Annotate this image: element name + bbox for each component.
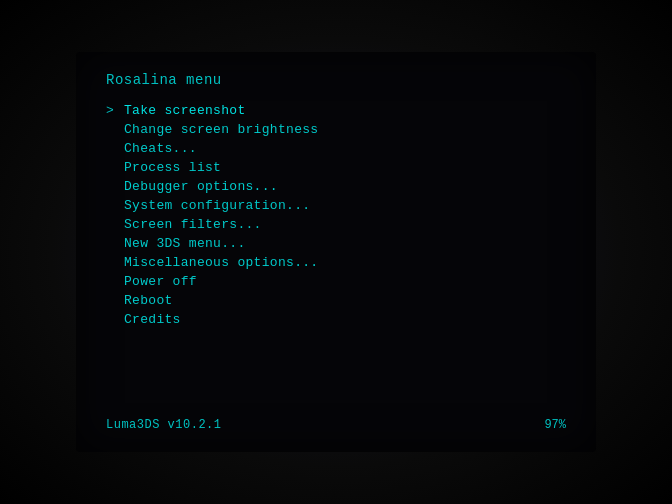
menu-item-change-screen-brightness[interactable]: Change screen brightness xyxy=(106,121,566,138)
menu-item-process-list[interactable]: Process list xyxy=(106,159,566,176)
menu-label-reboot: Reboot xyxy=(124,293,173,308)
menu-label-new-3ds-menu: New 3DS menu... xyxy=(124,236,246,251)
menu-label-cheats: Cheats... xyxy=(124,141,197,156)
menu-arrow-screen-filters xyxy=(106,217,124,232)
version-label: Luma3DS v10.2.1 xyxy=(106,418,222,432)
menu-item-power-off[interactable]: Power off xyxy=(106,273,566,290)
menu-item-cheats[interactable]: Cheats... xyxy=(106,140,566,157)
menu-arrow-system-configuration xyxy=(106,198,124,213)
menu-arrow-reboot xyxy=(106,293,124,308)
menu-item-reboot[interactable]: Reboot xyxy=(106,292,566,309)
menu-title: Rosalina menu xyxy=(106,72,566,88)
battery-label: 97% xyxy=(544,418,566,432)
menu-arrow-credits xyxy=(106,312,124,327)
menu-label-screen-filters: Screen filters... xyxy=(124,217,262,232)
screen: Rosalina menu >Take screenshot Change sc… xyxy=(76,52,596,452)
menu-label-miscellaneous-options: Miscellaneous options... xyxy=(124,255,318,270)
menu-item-system-configuration[interactable]: System configuration... xyxy=(106,197,566,214)
screen-bezel: Rosalina menu >Take screenshot Change sc… xyxy=(0,0,672,504)
menu-list: >Take screenshot Change screen brightnes… xyxy=(106,102,566,410)
menu-label-process-list: Process list xyxy=(124,160,221,175)
status-bar: Luma3DS v10.2.1 97% xyxy=(106,410,566,432)
menu-arrow-change-screen-brightness xyxy=(106,122,124,137)
menu-item-credits[interactable]: Credits xyxy=(106,311,566,328)
menu-arrow-process-list xyxy=(106,160,124,175)
menu-arrow-power-off xyxy=(106,274,124,289)
menu-label-credits: Credits xyxy=(124,312,181,327)
menu-item-miscellaneous-options[interactable]: Miscellaneous options... xyxy=(106,254,566,271)
menu-item-new-3ds-menu[interactable]: New 3DS menu... xyxy=(106,235,566,252)
menu-label-change-screen-brightness: Change screen brightness xyxy=(124,122,318,137)
menu-item-screen-filters[interactable]: Screen filters... xyxy=(106,216,566,233)
menu-item-debugger-options[interactable]: Debugger options... xyxy=(106,178,566,195)
menu-arrow-cheats xyxy=(106,141,124,156)
menu-label-debugger-options: Debugger options... xyxy=(124,179,278,194)
menu-label-power-off: Power off xyxy=(124,274,197,289)
menu-arrow-debugger-options xyxy=(106,179,124,194)
menu-label-take-screenshot: Take screenshot xyxy=(124,103,246,118)
menu-arrow-miscellaneous-options xyxy=(106,255,124,270)
menu-label-system-configuration: System configuration... xyxy=(124,198,310,213)
menu-arrow-new-3ds-menu xyxy=(106,236,124,251)
menu-arrow-take-screenshot: > xyxy=(106,103,124,118)
menu-item-take-screenshot[interactable]: >Take screenshot xyxy=(106,102,566,119)
